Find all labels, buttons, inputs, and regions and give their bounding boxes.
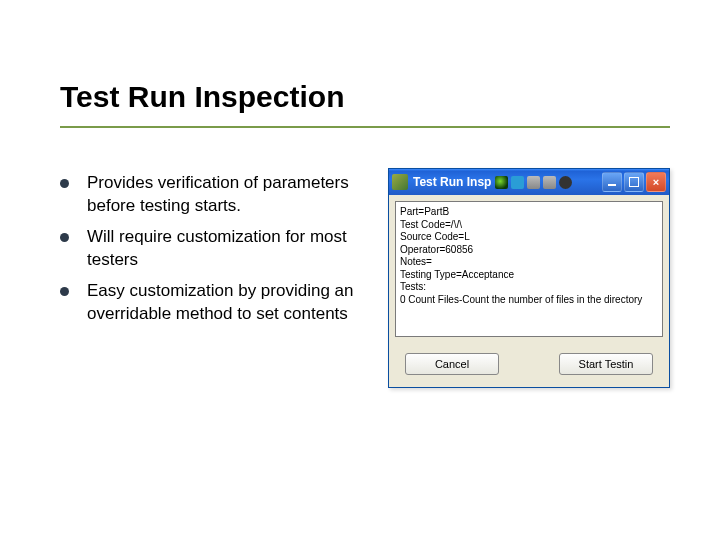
tray-icon (559, 176, 572, 189)
text-line: Part=PartB (400, 206, 656, 219)
text-line: Source Code=L (400, 231, 656, 244)
list-item: Easy customization by providing an overr… (60, 280, 368, 326)
text-line: Testing Type=Acceptance (400, 269, 656, 282)
content-row: Provides verification of parameters befo… (60, 168, 670, 388)
window-controls: × (602, 172, 666, 192)
bullet-text: Provides verification of parameters befo… (87, 172, 368, 218)
bullet-icon (60, 179, 69, 188)
bullet-icon (60, 233, 69, 242)
slide: Test Run Inspection Provides verificatio… (0, 0, 720, 540)
button-label: Cancel (435, 358, 469, 370)
dialog-window: Test Run Insp × Part=PartB Test Co (388, 168, 670, 388)
window-title: Test Run Insp (413, 175, 491, 189)
start-button[interactable]: Start Testin (559, 353, 653, 375)
button-label: Start Testin (579, 358, 634, 370)
close-button[interactable]: × (646, 172, 666, 192)
text-line: Notes= (400, 256, 656, 269)
maximize-button[interactable] (624, 172, 644, 192)
cancel-button[interactable]: Cancel (405, 353, 499, 375)
bullet-icon (60, 287, 69, 296)
list-item: Will require customization for most test… (60, 226, 368, 272)
tray-icons (495, 176, 602, 189)
text-pane: Part=PartB Test Code=/\/\ Source Code=L … (395, 201, 663, 337)
minimize-button[interactable] (602, 172, 622, 192)
bullet-text: Easy customization by providing an overr… (87, 280, 368, 326)
page-title: Test Run Inspection (60, 80, 670, 128)
app-icon (392, 174, 408, 190)
text-line: Operator=60856 (400, 244, 656, 257)
titlebar[interactable]: Test Run Insp × (389, 169, 669, 195)
tray-icon (543, 176, 556, 189)
bullet-text: Will require customization for most test… (87, 226, 368, 272)
text-line: Test Code=/\/\ (400, 219, 656, 232)
window-body: Part=PartB Test Code=/\/\ Source Code=L … (389, 195, 669, 387)
text-line: 0 Count Files-Count the number of files … (400, 294, 656, 307)
bullet-list: Provides verification of parameters befo… (60, 168, 368, 388)
tray-icon (511, 176, 524, 189)
tray-icon (495, 176, 508, 189)
tray-icon (527, 176, 540, 189)
list-item: Provides verification of parameters befo… (60, 172, 368, 218)
text-line: Tests: (400, 281, 656, 294)
button-row: Cancel Start Testin (395, 353, 663, 375)
